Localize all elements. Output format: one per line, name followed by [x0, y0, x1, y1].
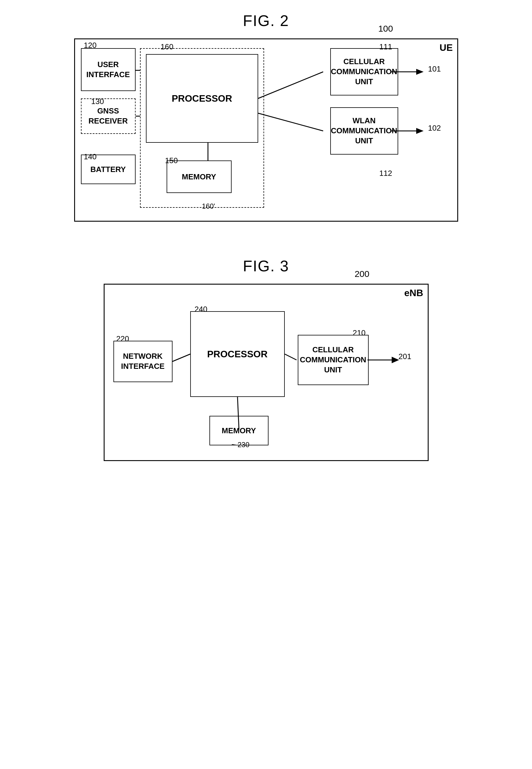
cellular-comm-label-fig2: CELLULARCOMMUNICATIONUNIT — [331, 57, 397, 87]
label-210: 210 — [353, 328, 365, 337]
network-interface-block: NETWORKINTERFACE — [113, 341, 173, 382]
fig3-diagram: eNB NETWORKINTERFACE 220 PROCESSOR 240 C… — [104, 284, 429, 461]
ue-label: UE — [440, 42, 453, 53]
label-160: 160 — [161, 42, 173, 51]
cellular-comm-label-fig3: CELLULARCOMMUNICATIONUNIT — [300, 345, 366, 375]
fig2-container: FIG. 2 100 UE USERINTERFACE 120 GNSSRECE… — [30, 12, 502, 222]
label-160-prime: 160' — [202, 202, 215, 210]
label-240: 240 — [195, 305, 207, 314]
label-100: 100 — [378, 24, 393, 34]
memory-block-fig2: MEMORY — [167, 160, 232, 193]
processor-label-fig3: PROCESSOR — [207, 349, 267, 360]
svg-marker-8 — [416, 128, 424, 134]
user-interface-label: USERINTERFACE — [86, 60, 130, 80]
enb-label: eNB — [404, 287, 423, 298]
wlan-comm-block: WLANCOMMUNICATIONUNIT — [330, 107, 398, 155]
processor-label-fig2: PROCESSOR — [172, 93, 232, 104]
svg-line-9 — [173, 354, 190, 361]
fig3-container: FIG. 3 200 eNB NETWORKINTERFACE 220 PROC… — [30, 257, 502, 461]
label-111: 111 — [379, 42, 392, 51]
label-201: 201 — [398, 352, 411, 361]
label-102: 102 — [428, 123, 441, 133]
fig3-title: FIG. 3 — [243, 257, 289, 275]
svg-line-3 — [258, 113, 323, 131]
processor-block-fig2: PROCESSOR — [146, 54, 258, 143]
label-120: 120 — [84, 41, 97, 50]
user-interface-block: USERINTERFACE — [81, 48, 136, 91]
svg-marker-6 — [416, 69, 424, 75]
network-interface-label: NETWORKINTERFACE — [121, 351, 165, 371]
svg-marker-13 — [392, 357, 399, 363]
page-content: FIG. 2 100 UE USERINTERFACE 120 GNSSRECE… — [30, 12, 502, 461]
cellular-comm-block-fig3: CELLULARCOMMUNICATIONUNIT — [298, 335, 369, 385]
memory-label-fig2: MEMORY — [182, 172, 216, 181]
gnss-receiver-block: GNSSRECEIVER — [81, 98, 136, 134]
processor-block-fig3: PROCESSOR — [190, 311, 285, 397]
label-200: 200 — [354, 269, 369, 279]
label-150: 150 — [165, 156, 178, 165]
wlan-comm-label: WLANCOMMUNICATIONUNIT — [331, 116, 397, 146]
battery-label: BATTERY — [90, 165, 126, 174]
label-230: ~ 230 — [232, 441, 250, 449]
svg-line-2 — [258, 72, 323, 98]
label-220: 220 — [116, 334, 129, 343]
label-140: 140 — [84, 152, 97, 161]
label-130: 130 — [91, 97, 104, 106]
cellular-comm-block-fig2: CELLULARCOMMUNICATIONUNIT — [330, 48, 398, 95]
svg-line-10 — [285, 354, 297, 360]
label-112: 112 — [379, 169, 392, 178]
fig2-title: FIG. 2 — [243, 12, 289, 30]
gnss-label: GNSSRECEIVER — [89, 106, 128, 126]
fig2-diagram: UE USERINTERFACE 120 GNSSRECEIVER 130 BA… — [74, 38, 458, 222]
memory-label-fig3: MEMORY — [222, 426, 256, 435]
label-101: 101 — [428, 64, 441, 74]
